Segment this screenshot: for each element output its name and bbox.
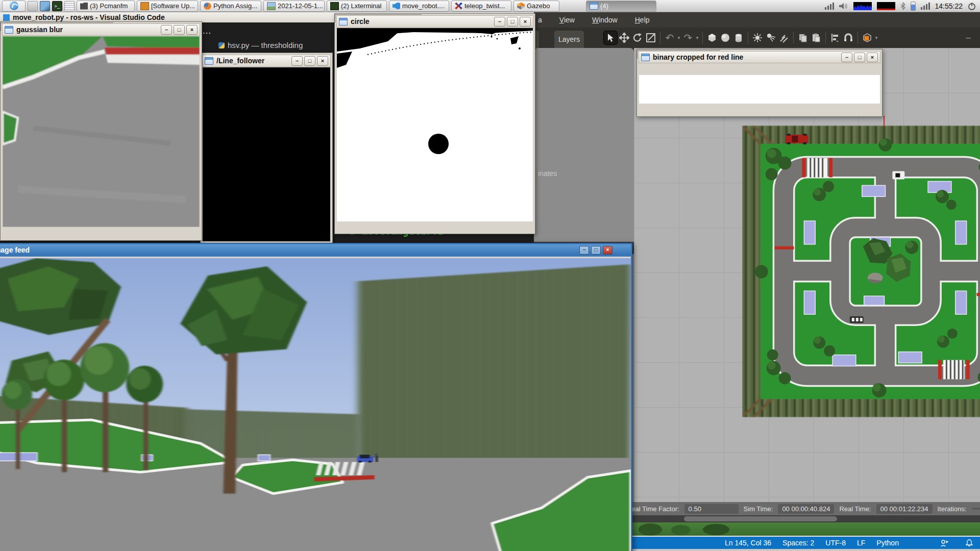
vscode-hscrollbar[interactable] — [631, 515, 980, 522]
paste-icon[interactable] — [810, 31, 823, 44]
close-button[interactable]: × — [317, 56, 328, 66]
package-icon — [140, 2, 149, 10]
taskbar-item-vscode[interactable]: move_robot.... — [389, 1, 449, 12]
binary-cropped-image[interactable] — [639, 64, 880, 104]
taskbar-item-pcmanfm[interactable]: (3) Pcmanfm — [77, 1, 135, 12]
view-angle-icon[interactable] — [861, 31, 874, 44]
menu-help[interactable]: Help — [633, 15, 652, 25]
maximize-button[interactable]: □ — [174, 25, 185, 35]
snap-tool-icon[interactable] — [842, 31, 855, 44]
redo-history-icon[interactable]: ▾ — [695, 31, 700, 44]
terminal-launcher-icon[interactable]: >_ — [52, 1, 62, 11]
desktop: move_robot.py - ros-ws - Visual Studio C… — [0, 0, 980, 551]
rotate-tool-icon[interactable] — [631, 31, 644, 44]
view-angle-dropdown-icon[interactable]: ▾ — [874, 31, 879, 44]
menu-camera-partial[interactable]: a — [536, 15, 544, 25]
status-encoding[interactable]: UTF-8 — [825, 539, 846, 547]
bluetooth-icon[interactable] — [900, 2, 905, 10]
maximize-button[interactable]: □ — [591, 246, 601, 255]
scrollbar-thumb[interactable] — [684, 516, 837, 521]
menu-view[interactable]: View — [557, 15, 577, 25]
window-title: binary cropped for red line — [653, 53, 743, 61]
align-tool-icon[interactable] — [828, 31, 842, 44]
select-tool-icon[interactable] — [603, 31, 618, 45]
tree-blob — [703, 524, 729, 535]
red-guide-line — [884, 116, 885, 127]
image-feed-camera-view[interactable] — [0, 258, 631, 551]
translate-tool-icon[interactable] — [618, 31, 631, 44]
taskbar-item-software-updater[interactable]: [Software Up... — [137, 1, 198, 12]
maximize-button[interactable]: □ — [507, 17, 518, 27]
taskbar-item-lxterminal[interactable]: (2) Lxterminal — [327, 1, 387, 12]
status-line-col[interactable]: Ln 145, Col 36 — [725, 539, 771, 547]
circle-window: circle – □ × (x=249, y=231) ~ L:255 — [334, 13, 535, 234]
directional-light-icon[interactable] — [777, 31, 791, 44]
image-feed-titlebar[interactable]: image feed – □ × — [0, 244, 631, 256]
taskbar-item-gazebo[interactable]: Gazebo — [513, 1, 559, 12]
vscode-secondary-title: hsv.py — thresholding — [228, 41, 303, 49]
circle-image[interactable] — [337, 28, 533, 221]
battery-icon[interactable] — [911, 2, 916, 11]
wifi-signal-icon[interactable] — [921, 3, 930, 10]
undo-icon[interactable]: ↶ — [663, 31, 676, 44]
maximize-button[interactable]: □ — [304, 56, 315, 66]
panel-item-partial[interactable]: inates — [538, 169, 557, 178]
gaussian-blur-titlebar[interactable]: gaussian blur – □ × — [2, 23, 200, 36]
status-indent[interactable]: Spaces: 2 — [782, 539, 814, 547]
gazebo-icon — [517, 3, 525, 10]
minimize-button[interactable]: – — [494, 17, 505, 27]
insert-cylinder-icon[interactable] — [732, 31, 745, 44]
taskbar: >_ (3) Pcmanfm [Software Up... Python As… — [0, 0, 980, 12]
menu-window[interactable]: Window — [590, 15, 620, 25]
binary-cropped-titlebar[interactable]: binary cropped for red line – □ × — [639, 51, 880, 63]
minimize-button[interactable]: – — [841, 53, 852, 62]
tab-layers[interactable]: Layers — [554, 31, 584, 48]
minimize-button[interactable]: – — [291, 56, 303, 66]
clock[interactable]: 14:55:22 — [935, 2, 963, 10]
power-icon[interactable] — [968, 2, 976, 10]
red-car — [786, 134, 808, 144]
close-button[interactable]: × — [520, 17, 531, 27]
line-follower-image[interactable] — [203, 67, 330, 241]
toolbar-collapse-button[interactable]: – — [962, 31, 975, 44]
vscode-overflow-dots[interactable]: … — [202, 26, 211, 36]
status-language[interactable]: Python — [876, 539, 899, 547]
taskbar-item-teleop[interactable]: teleop_twist... — [451, 1, 511, 12]
status-eol[interactable]: LF — [857, 539, 865, 547]
minimize-button[interactable]: – — [579, 246, 589, 255]
close-button[interactable]: × — [603, 246, 612, 255]
taskbar-item-image-viewer[interactable]: 2021-12-05-1... — [263, 1, 325, 12]
volume-icon[interactable] — [839, 3, 848, 10]
copy-icon[interactable] — [796, 31, 810, 44]
vscode-window-title: move_robot.py - ros-ws - Visual Studio C… — [13, 13, 165, 21]
system-tray: 14:55:22 — [825, 2, 978, 11]
desktop-preview-icon[interactable] — [40, 1, 50, 11]
task-list-icon[interactable] — [64, 1, 75, 11]
insert-sphere-icon[interactable] — [719, 31, 732, 44]
circle-titlebar[interactable]: circle – □ × — [336, 15, 533, 28]
maximize-button[interactable]: □ — [854, 53, 865, 62]
network-signal-icon[interactable] — [825, 3, 834, 10]
line-follower-titlebar[interactable]: /Line_follower – □ × — [202, 55, 331, 67]
window-title: /Line_follower — [216, 57, 264, 65]
insert-box-icon[interactable] — [705, 31, 719, 44]
file-manager-icon[interactable] — [28, 1, 38, 11]
taskbar-item-group-4[interactable]: (4) — [586, 1, 656, 12]
undo-history-icon[interactable]: ▾ — [676, 31, 681, 44]
window-title: image feed — [0, 246, 30, 254]
close-button[interactable]: × — [186, 25, 198, 35]
tree-blob — [671, 525, 691, 535]
minimize-button[interactable]: – — [161, 25, 172, 35]
cpu-monitor-graph[interactable] — [853, 2, 872, 10]
taskbar-item-firefox[interactable]: Python Assig... — [200, 1, 261, 12]
close-button[interactable]: × — [867, 53, 878, 62]
scale-tool-icon[interactable] — [644, 31, 657, 44]
redo-icon[interactable]: ↷ — [681, 31, 695, 44]
spot-light-icon[interactable] — [764, 31, 777, 44]
start-menu-button[interactable] — [2, 1, 26, 12]
notifications-bell-icon[interactable] — [966, 539, 973, 547]
point-light-icon[interactable] — [751, 31, 764, 44]
network-monitor-graph[interactable] — [877, 2, 895, 10]
gaussian-blur-image[interactable] — [3, 36, 200, 227]
feedback-icon[interactable] — [941, 539, 948, 547]
